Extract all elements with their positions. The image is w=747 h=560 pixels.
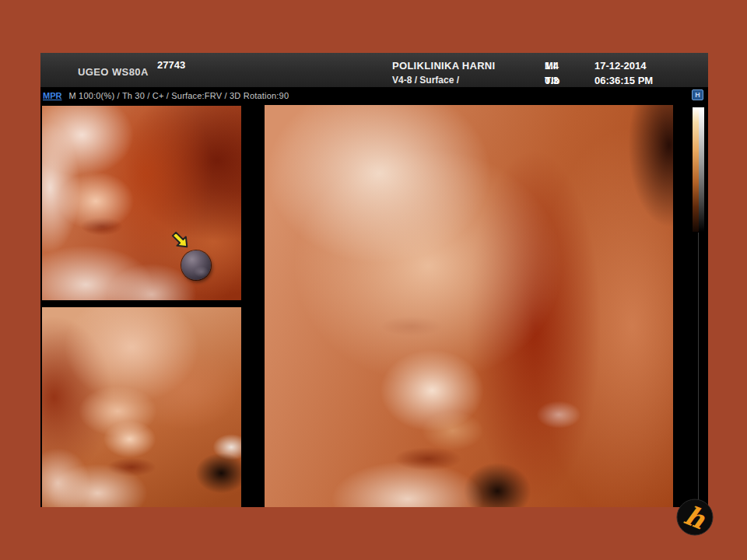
status-bar: MPR M 100:0(%) / Th 30 / C+ / Surface:FR… — [40, 87, 708, 103]
ultrasound-screen: UGEO WS80A 27743 POLIKLINIKA HARNI V4-8 … — [40, 53, 708, 507]
3d-cursor-ball[interactable] — [181, 250, 211, 280]
render-settings-label: M 100:0(%) / Th 30 / C+ / Surface:FRV / … — [68, 91, 289, 100]
colormap-gray-strip — [699, 107, 705, 232]
viewport-top-left[interactable] — [42, 106, 241, 300]
slide-background: UGEO WS80A 27743 POLIKLINIKA HARNI V4-8 … — [0, 0, 747, 560]
tib-value: 0.3 — [545, 75, 559, 86]
render-bottom-left — [42, 307, 241, 507]
mi-value: 1.4 — [545, 60, 559, 72]
mpr-mode-tab[interactable]: MPR — [43, 91, 61, 100]
viewport-main[interactable] — [243, 105, 673, 507]
header-bar: UGEO WS80A 27743 POLIKLINIKA HARNI V4-8 … — [40, 53, 708, 87]
colorbar-region — [691, 105, 706, 507]
machine-model-label: UGEO WS80A — [78, 66, 149, 78]
probe-preset-label: V4-8 / Surface / — [392, 75, 459, 86]
colorbar-divider-line — [698, 233, 699, 507]
datetime-block: 17-12-2014 06:36:15 PM — [594, 60, 653, 89]
render-main — [265, 105, 673, 507]
colormap-chroma-strip — [693, 107, 699, 232]
viewport-area — [40, 103, 708, 507]
viewport-bottom-left[interactable] — [42, 307, 241, 507]
exam-id-label: 27743 — [157, 59, 185, 71]
clinic-name-label: POLIKLINIKA HARNI — [392, 60, 495, 72]
clinic-logo-icon: h — [676, 499, 714, 536]
hide-ui-button[interactable]: H — [692, 89, 703, 100]
render-colormap-bar — [693, 107, 704, 232]
render-top-left — [42, 106, 241, 300]
date-label: 17-12-2014 — [594, 60, 653, 75]
